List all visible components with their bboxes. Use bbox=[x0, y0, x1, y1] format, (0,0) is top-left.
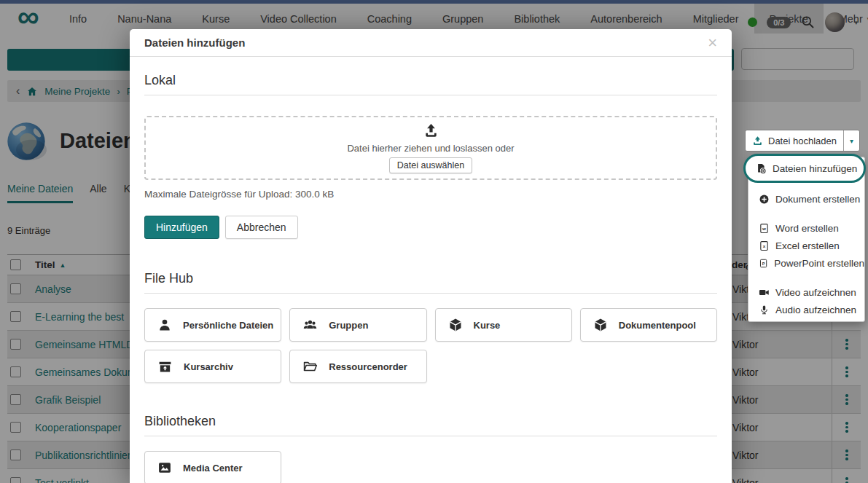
powerpoint-file-icon: P bbox=[759, 258, 768, 269]
dropzone-hint-text: Datei hierher ziehen und loslassen oder bbox=[347, 143, 514, 154]
card-media-center[interactable]: Media Center bbox=[144, 451, 281, 483]
filehub-cards: Persönliche Dateien Gruppen Kurse bbox=[144, 308, 717, 383]
microphone-icon bbox=[759, 305, 770, 315]
card-label: Kursarchiv bbox=[184, 361, 233, 372]
cancel-button[interactable]: Abbrechen bbox=[225, 216, 298, 239]
max-filesize-note: Maximale Dateigrösse für Upload: 300.0 k… bbox=[144, 189, 717, 200]
add-files-dialog: Dateien hinzufügen × Lokal Datei hierher… bbox=[130, 29, 732, 483]
cube-icon bbox=[448, 318, 463, 332]
close-icon[interactable]: × bbox=[708, 35, 717, 51]
library-cards: Media Center bbox=[144, 451, 717, 483]
menu-item-audio-aufzeichnen[interactable]: Audio aufzeichnen bbox=[748, 301, 864, 318]
card-persoenliche-dateien[interactable]: Persönliche Dateien bbox=[144, 308, 281, 342]
image-icon bbox=[157, 460, 172, 475]
excel-file-icon: x bbox=[759, 240, 770, 251]
dialog-title: Dateien hinzufügen bbox=[144, 36, 245, 49]
card-kursarchiv[interactable]: Kursarchiv bbox=[144, 350, 281, 383]
menu-item-label: PowerPoint erstellen bbox=[774, 258, 864, 269]
section-heading-lokal: Lokal bbox=[144, 73, 717, 95]
section-heading-bibliotheken: Bibliotheken bbox=[144, 414, 717, 436]
video-camera-icon bbox=[759, 287, 770, 298]
people-group-icon bbox=[302, 318, 318, 332]
file-dropzone[interactable]: Datei hierher ziehen und loslassen oder … bbox=[144, 116, 717, 180]
card-gruppen[interactable]: Gruppen bbox=[289, 308, 426, 342]
file-add-icon bbox=[756, 163, 767, 174]
svg-text:w: w bbox=[762, 226, 766, 231]
upload-button-label: Datei hochladen bbox=[768, 136, 837, 146]
menu-group-gap bbox=[748, 208, 864, 219]
person-icon bbox=[157, 318, 172, 332]
menu-item-video-aufzeichnen[interactable]: Video aufzeichnen bbox=[748, 283, 864, 301]
word-file-icon: w bbox=[759, 223, 770, 234]
menu-item-label: Excel erstellen bbox=[775, 240, 840, 251]
upload-file-button[interactable]: Datei hochladen bbox=[746, 136, 843, 146]
card-kurse[interactable]: Kurse bbox=[435, 308, 572, 342]
card-label: Media Center bbox=[183, 463, 243, 474]
svg-text:P: P bbox=[762, 261, 765, 265]
upload-split-button: Datei hochladen ▾ bbox=[745, 130, 860, 152]
menu-group-gap bbox=[748, 272, 864, 283]
chevron-down-icon: ▾ bbox=[850, 137, 853, 145]
menu-item-word-erstellen[interactable]: w Word erstellen bbox=[748, 219, 864, 237]
menu-item-excel-erstellen[interactable]: x Excel erstellen bbox=[748, 237, 864, 254]
upload-icon bbox=[423, 122, 439, 139]
upload-icon bbox=[752, 136, 763, 146]
card-label: Persönliche Dateien bbox=[183, 320, 273, 331]
folder-open-icon bbox=[302, 359, 318, 374]
menu-item-label: Dateien hinzufügen bbox=[773, 163, 857, 174]
menu-item-label: Word erstellen bbox=[775, 223, 839, 234]
add-button[interactable]: Hinzufügen bbox=[144, 216, 219, 239]
card-label: Gruppen bbox=[329, 320, 368, 331]
card-label: Kurse bbox=[474, 320, 501, 331]
menu-item-label: Video aufzeichnen bbox=[775, 287, 856, 298]
svg-text:x: x bbox=[763, 243, 766, 248]
menu-item-label: Dokument erstellen bbox=[775, 194, 860, 205]
plus-circle-icon bbox=[759, 194, 770, 205]
choose-file-button[interactable]: Datei auswählen bbox=[389, 157, 472, 173]
menu-item-label: Audio aufzeichnen bbox=[775, 305, 856, 315]
cube-icon bbox=[593, 318, 608, 332]
section-heading-filehub: File Hub bbox=[144, 271, 717, 294]
upload-dropdown-toggle[interactable]: ▾ bbox=[843, 130, 859, 151]
menu-item-dateien-hinzufuegen-highlighted[interactable]: Dateien hinzufügen bbox=[743, 154, 866, 183]
dialog-header: Dateien hinzufügen × bbox=[130, 29, 732, 57]
dialog-body: Lokal Datei hierher ziehen und loslassen… bbox=[130, 73, 732, 483]
archive-upload-icon bbox=[157, 359, 173, 374]
dialog-button-row: Hinzufügen Abbrechen bbox=[144, 216, 717, 239]
menu-item-dokument-erstellen[interactable]: Dokument erstellen bbox=[748, 190, 864, 208]
card-dokumentenpool[interactable]: Dokumentenpool bbox=[580, 308, 717, 342]
card-ressourcenorder[interactable]: Ressourcenorder bbox=[289, 350, 426, 383]
card-label: Ressourcenorder bbox=[329, 361, 407, 372]
menu-item-powerpoint-erstellen[interactable]: P PowerPoint erstellen bbox=[748, 254, 864, 272]
card-label: Dokumentenpool bbox=[619, 320, 696, 331]
